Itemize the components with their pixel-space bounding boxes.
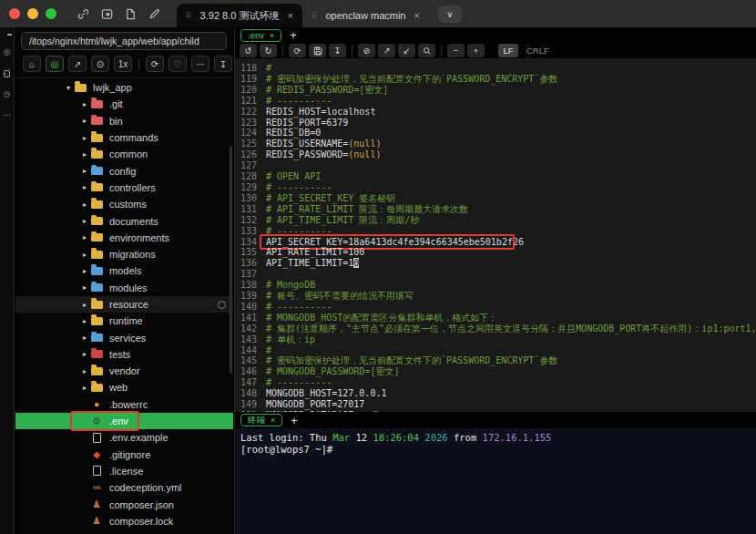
expand-arrow-icon[interactable]: ▸ [79,134,90,142]
code-line[interactable]: 147# ---------- [235,377,756,388]
tree-item-dot-env[interactable]: ⚙.env [15,413,233,429]
code-line[interactable]: 133# ---------- [235,226,756,237]
tree-item-vendor[interactable]: ▸vendor [15,363,233,379]
code-line[interactable]: 146# MONGODB_PASSWORD=[密文] [235,366,756,377]
code-line[interactable]: 135API_RATE_LIMIT=100 [235,247,756,258]
app-window-icon[interactable] [95,5,118,23]
expand-arrow-icon[interactable]: ▸ [79,183,90,191]
expand-arrow-icon[interactable]: ▸ [79,167,90,175]
tree-item-controllers[interactable]: ▸controllers [15,180,233,196]
zoom-in-button[interactable]: + [467,44,485,57]
expand-arrow-icon[interactable]: ▸ [79,267,90,275]
format-off-button[interactable]: ⊘ [358,44,375,57]
tree-item-config[interactable]: ▸config [15,162,233,179]
tree-item-modules[interactable]: ▸modules [15,280,233,296]
code-line[interactable]: 126REDIS_PASSWORD=(null) [235,149,756,160]
expand-button[interactable]: ↗ [68,56,87,72]
terminal-tab[interactable]: 终端 × [240,414,282,426]
code-line[interactable]: 134API_SECRET_KEY=18a6413dc4fe394c66345e… [235,237,756,248]
code-line[interactable]: 119# 密码加密保护处理，见当前配置文件下的`PASSWORD_ENCRYPT… [235,74,756,85]
tree-item-environments[interactable]: ▸environments [15,230,233,246]
expand-arrow-icon[interactable]: ▸ [79,317,90,325]
home-button[interactable]: ⌂ [23,56,41,72]
code-line[interactable]: 150MONGODB_DATABASE=cmdb [235,410,756,412]
code-line[interactable]: 120# REDIS_PASSWORD=[密文] [235,85,756,96]
window-tab-inactive[interactable]: ⠿ openclaw macmin × [302,4,429,27]
close-icon[interactable]: × [270,31,274,40]
tree-item-common[interactable]: ▸common [15,146,233,162]
expand-arrow-icon[interactable]: ▸ [79,283,90,292]
code-line[interactable]: 127 [235,160,756,171]
tree-item-codeception.yml[interactable]: ≈≈codeception.yml [15,479,233,496]
tree-item-migrations[interactable]: ▸migrations [15,246,233,262]
code-line[interactable]: 122REDIS_HOST=localhost [235,107,756,118]
tree-item-lwjk_app[interactable]: ▾lwjk_app [15,79,233,96]
expand-arrow-icon[interactable]: ▸ [79,233,90,241]
tree-scrollbar[interactable] [230,146,232,374]
code-line[interactable]: 138# MongoDB [235,280,756,291]
code-line[interactable]: 143# 单机：ip [235,334,756,345]
tree-item-services[interactable]: ▸services [15,329,233,345]
tree-item-runtime[interactable]: ▸runtime [15,313,233,329]
locate-icon[interactable]: ◎ [4,47,11,56]
code-line[interactable]: 148MONGODB_HOST=127.0.0.1 [235,388,756,399]
line-ending-lf-button[interactable]: LF [498,44,518,57]
code-line[interactable]: 144# [235,345,756,356]
path-input[interactable]: /itops/nginx/html/lwjk_app/web/app/child [21,32,227,50]
close-tab-icon[interactable]: × [414,10,420,21]
expand-arrow-icon[interactable]: ▾ [63,84,74,92]
tree-item-resource[interactable]: ▸resource [15,296,233,313]
code-line[interactable]: 139# 账号、密码不需要的情况不用填写 [235,291,756,302]
zoom-window-button[interactable] [46,8,56,19]
tree-item-commands[interactable]: ▸commands [15,129,233,146]
new-editor-tab-button[interactable]: + [290,28,297,42]
code-line[interactable]: 129# ---------- [235,182,756,193]
expand-arrow-icon[interactable]: ▸ [79,251,90,259]
expand-arrow-icon[interactable]: ▸ [79,301,90,309]
favorite-heart-button[interactable]: ♡ [169,56,187,72]
refresh-button[interactable]: ⟳ [289,44,306,57]
link-icon[interactable] [71,5,95,23]
editor-tab-env[interactable]: .env × [240,29,281,42]
code-line[interactable]: 141# MONGODB_HOST的配置需区分集群和单机，格式如下： [235,313,756,323]
code-editor[interactable]: 118#119# 密码加密保护处理，见当前配置文件下的`PASSWORD_ENC… [235,58,756,412]
code-line[interactable]: 125REDIS_USERNAME=(null) [235,139,756,149]
expand-arrow-icon[interactable]: ▸ [79,367,90,375]
tree-item-web[interactable]: ▸web [15,379,233,395]
expand-arrow-icon[interactable]: ▸ [79,217,90,225]
tree-item-tests[interactable]: ▸tests [15,346,233,363]
code-line[interactable]: 128# OPEN API [235,171,756,182]
tree-item-dot-git[interactable]: ▸.git [15,96,233,112]
code-line[interactable]: 137 [235,269,756,280]
tree-item-bin[interactable]: ▸bin [15,113,233,129]
new-terminal-tab-button[interactable]: + [291,414,298,427]
zoom-out-button[interactable]: − [447,44,465,57]
redo-button[interactable]: ↻ [260,44,277,57]
save-button[interactable] [309,44,326,57]
undo-button[interactable]: ↺ [240,44,257,57]
tree-item-models[interactable]: ▸models [15,262,233,279]
expand-arrow-icon[interactable]: ▸ [79,100,90,108]
close-icon[interactable]: × [271,416,275,425]
line-ending-crlf-option[interactable]: CRLF [526,46,549,56]
close-tab-icon[interactable]: × [287,10,292,21]
terminal-output[interactable]: Last login: Thu Mar 12 18:26:04 2026 fro… [235,428,756,534]
code-line[interactable]: 131# API_RATE_LIMIT 限流：每周期最大请求次数 [235,204,756,215]
minimize-window-button[interactable] [27,8,38,19]
expand-arrow-icon[interactable]: ▸ [79,117,90,125]
search-button[interactable] [418,44,435,57]
tree-item-dot-gitignore[interactable]: ◆.gitignore [15,447,233,463]
code-line[interactable]: 149MONGODB_PORT=27017 [235,399,756,410]
expand-arrow-icon[interactable]: ▸ [79,150,90,159]
code-line[interactable]: 132# API_TIME_LIMIT 限流：周期/秒 [235,215,756,226]
more-button[interactable]: ⋯ [191,56,209,72]
zoom-level-button[interactable]: 1x [114,56,132,72]
refresh-button[interactable]: ⟳ [146,56,164,72]
tab-list-chevron-button[interactable]: ∨ [438,5,462,23]
circle-icon[interactable] [218,301,226,309]
code-line[interactable]: 130# API_SECRET_KEY 签名秘钥 [235,193,756,204]
preview-eye-button[interactable]: ⊙ [91,56,109,72]
tree-item-dot-license[interactable]: .license [15,463,233,479]
pen-icon[interactable] [142,5,166,23]
tree-item-customs[interactable]: ▸customs [15,196,233,212]
